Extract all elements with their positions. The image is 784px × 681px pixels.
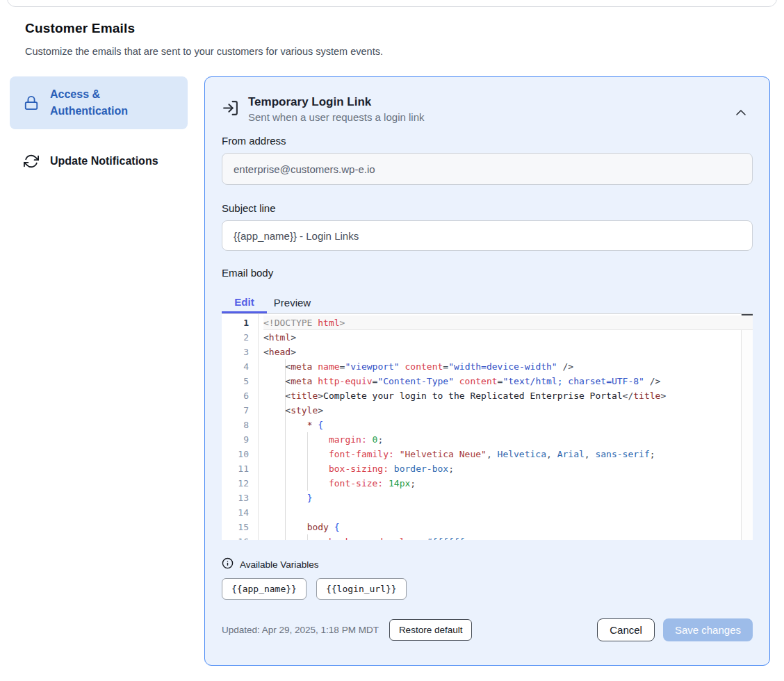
sidebar-item-update-notifications[interactable]: Update Notifications	[10, 143, 188, 179]
page-header: Customer Emails Customize the emails tha…	[0, 0, 784, 57]
page-subtitle: Customize the emails that are sent to yo…	[25, 46, 759, 57]
code-line-13[interactable]: }	[263, 491, 753, 505]
panel-title: Temporary Login Link	[248, 95, 424, 109]
info-icon	[222, 557, 234, 572]
log-in-icon	[222, 99, 239, 120]
line-number: 15	[222, 520, 249, 534]
tab-edit[interactable]: Edit	[222, 287, 267, 313]
line-number: 16	[222, 534, 249, 540]
sidebar-item-access-authentication[interactable]: Access & Authentication	[10, 76, 188, 129]
code-line-7[interactable]: <style>	[263, 403, 753, 418]
panel-footer: Updated: Apr 29, 2025, 1:18 PM MDT Resto…	[222, 618, 753, 641]
available-variables-row: Available Variables	[222, 557, 753, 572]
line-number: 2	[222, 330, 249, 345]
panel-subtitle: Sent when a user requests a login link	[248, 111, 424, 123]
subject-line-label: Subject line	[222, 202, 753, 214]
code-line-11[interactable]: box-sizing: border-box;	[263, 461, 753, 476]
refresh-icon	[24, 154, 39, 169]
email-template-panel: Temporary Login Link Sent when a user re…	[204, 76, 770, 666]
variable-chips: {{app_name}}{{login_url}}	[222, 578, 753, 600]
code-line-14[interactable]	[263, 505, 753, 520]
line-number: 9	[222, 432, 249, 447]
editor-code-area[interactable]: <!DOCTYPE html><html><head> <meta name="…	[259, 314, 753, 540]
code-line-1[interactable]: <!DOCTYPE html>	[263, 315, 753, 330]
collapse-section-button[interactable]	[732, 105, 750, 122]
line-number: 13	[222, 491, 249, 505]
line-number: 1	[222, 315, 249, 330]
code-editor[interactable]: 12345678910111213141516 <!DOCTYPE html><…	[222, 313, 753, 540]
panel-header: Temporary Login Link Sent when a user re…	[222, 95, 753, 123]
code-line-2[interactable]: <html>	[263, 330, 753, 345]
line-number: 3	[222, 345, 249, 359]
line-number: 7	[222, 403, 249, 418]
footer-actions: Cancel Save changes	[597, 618, 753, 641]
lock-icon	[24, 95, 39, 110]
code-line-15[interactable]: body {	[263, 520, 753, 534]
available-variables-label: Available Variables	[240, 559, 319, 570]
code-line-8[interactable]: * {	[263, 418, 753, 432]
subject-line-input[interactable]	[222, 220, 753, 251]
variable-chip-app_name[interactable]: {{app_name}}	[222, 578, 307, 600]
line-number: 5	[222, 374, 249, 388]
line-number: 14	[222, 505, 249, 520]
code-line-9[interactable]: margin: 0;	[263, 432, 753, 447]
chevron-up-icon	[735, 108, 747, 120]
line-number: 10	[222, 447, 249, 461]
editor-line-numbers: 12345678910111213141516	[222, 314, 259, 540]
cancel-button[interactable]: Cancel	[597, 618, 655, 641]
code-line-5[interactable]: <meta http-equiv="Content-Type" content=…	[263, 374, 753, 388]
line-number: 11	[222, 461, 249, 476]
line-number: 4	[222, 359, 249, 374]
page-title: Customer Emails	[25, 21, 759, 36]
sidebar-item-label: Update Notifications	[50, 153, 158, 170]
line-number: 12	[222, 476, 249, 491]
line-number: 6	[222, 388, 249, 403]
sidebar: Access & AuthenticationUpdate Notificati…	[10, 76, 188, 179]
restore-default-button[interactable]: Restore default	[389, 619, 473, 641]
updated-timestamp: Updated: Apr 29, 2025, 1:18 PM MDT	[222, 625, 379, 635]
from-address-input[interactable]	[222, 153, 753, 185]
code-line-6[interactable]: <title>Complete your login to the Replic…	[263, 388, 753, 403]
save-changes-button[interactable]: Save changes	[663, 618, 753, 641]
email-body-tabs: EditPreview	[222, 287, 753, 313]
code-line-12[interactable]: font-size: 14px;	[263, 476, 753, 491]
line-number: 8	[222, 418, 249, 432]
code-line-16[interactable]: background-color: #ffffff;	[263, 534, 753, 540]
tab-preview[interactable]: Preview	[270, 287, 315, 313]
previous-card-bottom-edge	[7, 0, 777, 7]
sidebar-item-label: Access & Authentication	[50, 86, 179, 120]
code-line-10[interactable]: font-family: "Helvetica Neue", Helvetica…	[263, 447, 753, 461]
variable-chip-login_url[interactable]: {{login_url}}	[316, 578, 407, 600]
code-line-3[interactable]: <head>	[263, 345, 753, 359]
panel-heading-text: Temporary Login Link Sent when a user re…	[248, 95, 424, 123]
email-body-label: Email body	[222, 267, 753, 279]
from-address-label: From address	[222, 135, 753, 147]
code-line-4[interactable]: <meta name="viewport" content="width=dev…	[263, 359, 753, 374]
